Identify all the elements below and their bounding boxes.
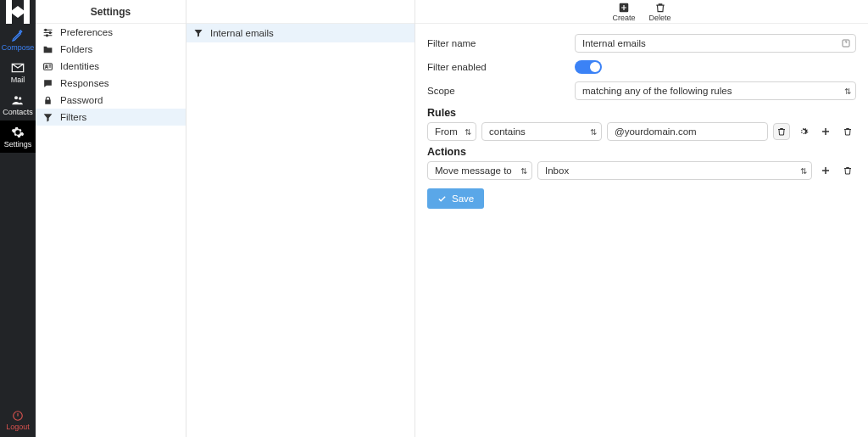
settings-item-label: Password bbox=[60, 95, 103, 105]
rule-row: From ⇅ contains ⇅ bbox=[427, 122, 856, 141]
create-filter-button[interactable]: Create bbox=[612, 2, 635, 22]
folder-icon bbox=[42, 44, 53, 55]
nav-mail[interactable]: Mail bbox=[0, 56, 36, 88]
rule-settings-button[interactable] bbox=[795, 123, 812, 140]
settings-item-password[interactable]: Password bbox=[36, 92, 186, 109]
action-row: Move message to ⇅ Inbox ⇅ bbox=[427, 161, 856, 180]
settings-column-header: Settings bbox=[36, 0, 186, 24]
trash-icon bbox=[776, 126, 787, 137]
svg-point-4 bbox=[49, 31, 51, 33]
filter-name-input[interactable] bbox=[575, 34, 856, 53]
svg-point-0 bbox=[14, 96, 18, 99]
rule-operator-select[interactable]: contains bbox=[481, 122, 602, 141]
filter-icon bbox=[42, 112, 53, 123]
plus-icon bbox=[821, 165, 831, 176]
app-logo bbox=[0, 0, 36, 24]
rule-value-input[interactable] bbox=[607, 122, 768, 141]
rule-delete-button[interactable] bbox=[773, 123, 790, 140]
settings-item-filters[interactable]: Filters bbox=[36, 109, 186, 126]
filters-column-header bbox=[186, 0, 415, 24]
trash-icon bbox=[843, 126, 853, 137]
svg-point-5 bbox=[46, 34, 47, 36]
nav-contacts[interactable]: Contacts bbox=[0, 88, 36, 120]
settings-item-label: Folders bbox=[60, 44, 92, 54]
sliders-icon bbox=[42, 27, 53, 38]
actions-header: Actions bbox=[427, 146, 856, 158]
save-button-label: Save bbox=[452, 193, 474, 204]
id-card-icon bbox=[42, 61, 53, 72]
nav-settings[interactable]: Settings bbox=[0, 120, 36, 153]
scope-select[interactable]: matching any of the following rules bbox=[575, 81, 856, 100]
action-remove-button[interactable] bbox=[839, 162, 856, 179]
nav-contacts-label: Contacts bbox=[3, 108, 33, 116]
settings-item-label: Responses bbox=[60, 78, 109, 88]
settings-item-preferences[interactable]: Preferences bbox=[36, 24, 186, 41]
settings-item-identities[interactable]: Identities bbox=[36, 58, 186, 75]
nav-compose[interactable]: Compose bbox=[0, 24, 36, 56]
nav-compose-label: Compose bbox=[2, 43, 35, 52]
filter-icon bbox=[193, 28, 203, 38]
filter-enabled-label: Filter enabled bbox=[427, 62, 575, 72]
check-icon bbox=[437, 194, 447, 204]
plus-square-icon bbox=[618, 2, 630, 14]
save-button[interactable]: Save bbox=[427, 188, 484, 209]
filter-toolbar: Create Delete bbox=[415, 0, 868, 24]
nav-logout[interactable]: Logout bbox=[0, 403, 36, 437]
lock-icon bbox=[42, 95, 53, 106]
nav-mail-label: Mail bbox=[11, 76, 25, 84]
nav-settings-label: Settings bbox=[4, 140, 32, 148]
settings-item-label: Filters bbox=[60, 112, 86, 122]
action-target-select[interactable]: Inbox bbox=[537, 161, 812, 180]
nav-logout-label: Logout bbox=[6, 423, 30, 431]
rule-remove-button[interactable] bbox=[839, 123, 856, 140]
action-type-select[interactable]: Move message to bbox=[427, 161, 532, 180]
delete-button-label: Delete bbox=[649, 14, 671, 22]
filter-list-item[interactable]: Internal emails bbox=[186, 24, 415, 42]
svg-point-7 bbox=[46, 64, 47, 66]
chat-icon bbox=[42, 78, 53, 89]
settings-item-folders[interactable]: Folders bbox=[36, 41, 186, 58]
settings-item-label: Identities bbox=[60, 61, 99, 71]
filter-list-item-label: Internal emails bbox=[210, 28, 274, 38]
create-button-label: Create bbox=[612, 14, 635, 22]
settings-item-responses[interactable]: Responses bbox=[36, 75, 186, 92]
delete-filter-button[interactable]: Delete bbox=[649, 2, 671, 22]
trash-icon bbox=[654, 2, 666, 14]
filter-name-label: Filter name bbox=[427, 38, 575, 48]
filter-enabled-toggle[interactable] bbox=[575, 60, 602, 74]
plus-icon bbox=[821, 126, 831, 137]
action-add-button[interactable] bbox=[817, 162, 834, 179]
rule-add-button[interactable] bbox=[817, 123, 834, 140]
trash-icon bbox=[843, 165, 853, 176]
rules-header: Rules bbox=[427, 107, 856, 119]
scope-label: Scope bbox=[427, 86, 575, 96]
settings-item-label: Preferences bbox=[60, 27, 113, 37]
svg-point-3 bbox=[45, 29, 47, 31]
rule-field-select[interactable]: From bbox=[427, 122, 476, 141]
gear-icon bbox=[798, 126, 809, 137]
svg-point-1 bbox=[19, 97, 21, 99]
